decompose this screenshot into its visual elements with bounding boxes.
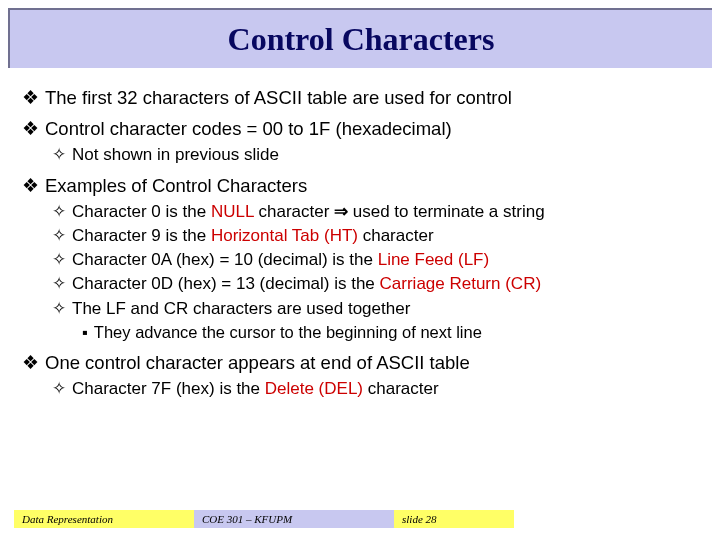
square-icon: ▪ bbox=[82, 323, 88, 341]
bullet-text: They advance the cursor to the beginning… bbox=[94, 323, 482, 341]
bullet-text: Character 0 is the bbox=[72, 202, 211, 221]
bullet-text: Control character codes = 00 to 1F (hexa… bbox=[45, 118, 452, 139]
bullet-text: character bbox=[358, 226, 434, 245]
diamond-icon: ❖ bbox=[22, 175, 39, 196]
highlight-text: Carriage Return (CR) bbox=[380, 274, 542, 293]
title-band: Control Characters bbox=[8, 8, 712, 68]
open-diamond-icon: ✧ bbox=[52, 202, 66, 221]
footer-left: Data Representation bbox=[14, 510, 194, 528]
bullet-l2: ✧Character 9 is the Horizontal Tab (HT) … bbox=[52, 225, 698, 246]
bullet-l2: ✧Character 0D (hex) = 13 (decimal) is th… bbox=[52, 273, 698, 294]
arrow-icon: ⇒ bbox=[334, 202, 348, 221]
slide-content: ❖The first 32 characters of ASCII table … bbox=[0, 68, 720, 399]
bullet-text: Character 0A (hex) = 10 (decimal) is the bbox=[72, 250, 378, 269]
bullet-text: character bbox=[254, 202, 334, 221]
highlight-text: Delete (DEL) bbox=[265, 379, 363, 398]
bullet-l1: ❖Control character codes = 00 to 1F (hex… bbox=[22, 117, 698, 140]
open-diamond-icon: ✧ bbox=[52, 250, 66, 269]
highlight-text: Line Feed (LF) bbox=[378, 250, 490, 269]
bullet-text: The first 32 characters of ASCII table a… bbox=[45, 87, 512, 108]
bullet-l1: ❖Examples of Control Characters bbox=[22, 174, 698, 197]
open-diamond-icon: ✧ bbox=[52, 379, 66, 398]
highlight-text: NULL bbox=[211, 202, 254, 221]
bullet-l2: ✧The LF and CR characters are used toget… bbox=[52, 298, 698, 319]
diamond-icon: ❖ bbox=[22, 352, 39, 373]
bullet-l1: ❖The first 32 characters of ASCII table … bbox=[22, 86, 698, 109]
bullet-text: Character 0D (hex) = 13 (decimal) is the bbox=[72, 274, 380, 293]
open-diamond-icon: ✧ bbox=[52, 274, 66, 293]
highlight-text: Horizontal Tab (HT) bbox=[211, 226, 358, 245]
bullet-text: Examples of Control Characters bbox=[45, 175, 307, 196]
diamond-icon: ❖ bbox=[22, 87, 39, 108]
bullet-text: Character 9 is the bbox=[72, 226, 211, 245]
bullet-text: One control character appears at end of … bbox=[45, 352, 470, 373]
slide-title: Control Characters bbox=[228, 21, 495, 58]
footer-right: slide 28 bbox=[394, 510, 514, 528]
open-diamond-icon: ✧ bbox=[52, 299, 66, 318]
bullet-l1: ❖One control character appears at end of… bbox=[22, 351, 698, 374]
footer-center: COE 301 – KFUPM bbox=[194, 510, 394, 528]
bullet-text: The LF and CR characters are used togeth… bbox=[72, 299, 410, 318]
bullet-l2: ✧Character 0A (hex) = 10 (decimal) is th… bbox=[52, 249, 698, 270]
open-diamond-icon: ✧ bbox=[52, 145, 66, 164]
slide-footer: Data Representation COE 301 – KFUPM slid… bbox=[0, 510, 720, 528]
bullet-l2: ✧Character 0 is the NULL character ⇒ use… bbox=[52, 201, 698, 222]
bullet-text: Character 7F (hex) is the bbox=[72, 379, 265, 398]
diamond-icon: ❖ bbox=[22, 118, 39, 139]
bullet-text: used to terminate a string bbox=[348, 202, 545, 221]
bullet-text: character bbox=[363, 379, 439, 398]
bullet-l2: ✧Not shown in previous slide bbox=[52, 144, 698, 165]
bullet-text: Not shown in previous slide bbox=[72, 145, 279, 164]
bullet-l2: ✧Character 7F (hex) is the Delete (DEL) … bbox=[52, 378, 698, 399]
bullet-l3: ▪They advance the cursor to the beginnin… bbox=[82, 322, 698, 343]
open-diamond-icon: ✧ bbox=[52, 226, 66, 245]
